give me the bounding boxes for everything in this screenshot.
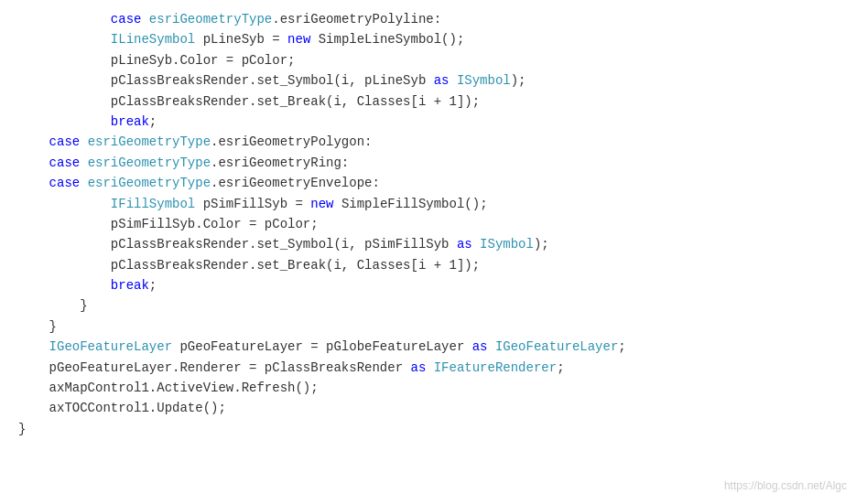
code-line: case esriGeometryType.esriGeometryEnvelo… xyxy=(18,173,838,193)
code-line: pClassBreaksRender.set_Symbol(i, pLineSy… xyxy=(18,70,838,91)
code-line: pClassBreaksRender.set_Break(i, Classes[… xyxy=(18,255,838,275)
code-line: break; xyxy=(18,275,838,295)
code-line: pGeoFeatureLayer.Renderer = pClassBreaks… xyxy=(18,358,838,378)
code-line: case esriGeometryType.esriGeometryPolyli… xyxy=(18,9,838,29)
code-line: } xyxy=(18,295,838,316)
code-line: IFillSymbol pSimFillSyb = new SimpleFill… xyxy=(18,194,838,214)
code-line: } xyxy=(18,316,838,337)
code-line: } xyxy=(18,419,838,439)
code-line: ILineSymbol pLineSyb = new SimpleLineSym… xyxy=(18,29,838,49)
code-container: case esriGeometryType.esriGeometryPolyli… xyxy=(0,0,856,504)
code-line: case esriGeometryType.esriGeometryRing: xyxy=(18,153,838,173)
watermark: https://blog.csdn.net/Algc xyxy=(724,477,847,495)
code-line: pLineSyb.Color = pColor; xyxy=(18,50,838,70)
code-line: axMapControl1.ActiveView.Refresh(); xyxy=(18,378,838,398)
code-line: pClassBreaksRender.set_Symbol(i, pSimFil… xyxy=(18,234,838,254)
code-line: case esriGeometryType.esriGeometryPolygo… xyxy=(18,132,838,152)
code-block: case esriGeometryType.esriGeometryPolyli… xyxy=(18,9,838,439)
code-line: break; xyxy=(18,112,838,132)
code-line: pClassBreaksRender.set_Break(i, Classes[… xyxy=(18,91,838,112)
code-line: axTOCControl1.Update(); xyxy=(18,398,838,418)
code-line: IGeoFeatureLayer pGeoFeatureLayer = pGlo… xyxy=(18,337,838,357)
code-line: pSimFillSyb.Color = pColor; xyxy=(18,214,838,234)
